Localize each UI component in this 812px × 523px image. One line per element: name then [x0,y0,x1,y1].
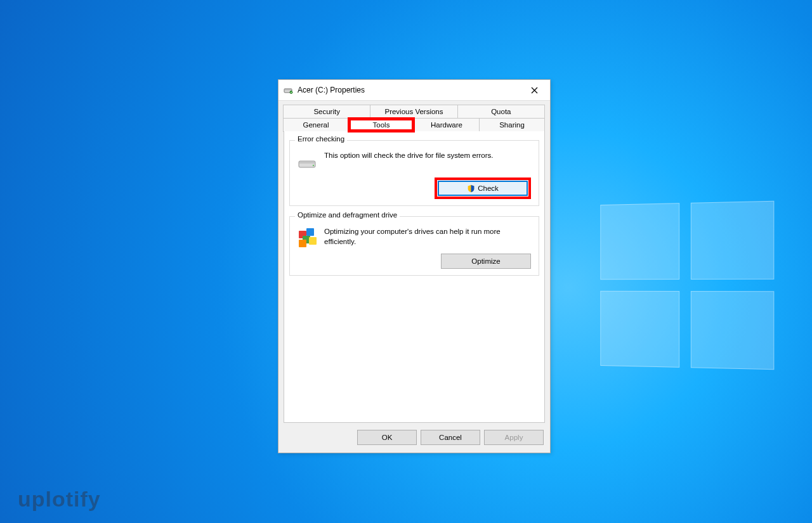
check-button-label: Check [478,184,499,192]
drive-large-icon [298,152,318,172]
watermark-text: uplotify [18,487,101,512]
check-button[interactable]: Check [438,181,528,196]
close-icon [531,87,538,94]
window-title: Acer (C:) Properties [298,86,521,94]
svg-point-7 [313,165,314,166]
cancel-button[interactable]: Cancel [421,430,480,445]
dialog-footer: OK Cancel Apply [278,423,550,453]
tab-hardware[interactable]: Hardware [414,118,480,132]
error-checking-description: This option will check the drive for fil… [324,151,531,172]
tab-tools-panel: Error checking This option will check th… [284,131,545,423]
title-bar[interactable]: Acer (C:) Properties [278,80,550,101]
error-checking-legend: Error checking [295,135,347,143]
optimize-button-label: Optimize [471,257,500,265]
tab-sharing[interactable]: Sharing [479,118,545,132]
optimize-legend: Optimize and defragment drive [295,211,400,219]
tab-previous-versions[interactable]: Previous Versions [370,105,457,118]
check-button-highlight: Check [435,178,531,199]
drive-icon [284,85,294,95]
optimize-group: Optimize and defragment drive Optimizing… [289,216,539,276]
tab-tools[interactable]: Tools [348,118,414,132]
windows-logo-icon [600,201,774,370]
optimize-description: Optimizing your computer's drives can he… [324,227,531,249]
desktop-background: uplotify Acer (C:) Properties [0,0,812,523]
svg-rect-6 [299,162,315,164]
tab-security[interactable]: Security [283,105,370,118]
apply-button[interactable]: Apply [484,430,544,445]
error-checking-group: Error checking This option will check th… [289,140,539,206]
tab-strip: Security Previous Versions Quota General… [278,101,550,132]
tab-quota[interactable]: Quota [457,105,545,118]
svg-rect-1 [285,89,291,91]
ok-button[interactable]: OK [357,430,417,445]
optimize-button[interactable]: Optimize [441,254,531,269]
tab-general[interactable]: General [283,118,349,132]
defrag-icon [298,228,318,249]
properties-dialog: Acer (C:) Properties Security Previous V… [278,79,551,453]
close-button[interactable] [521,81,547,100]
shield-icon [467,184,475,193]
